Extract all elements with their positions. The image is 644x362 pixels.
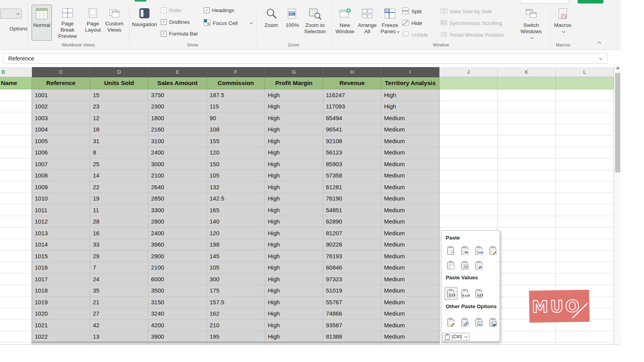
sheet-cell[interactable]: Medium [381, 124, 439, 136]
sheet-cell[interactable] [498, 158, 556, 170]
sheet-cell[interactable]: High [265, 170, 323, 182]
switch-windows-button[interactable]: Switch Windows [519, 5, 543, 41]
sheet-cell[interactable] [498, 135, 556, 147]
sheet-cell[interactable]: 6000 [148, 273, 207, 285]
sheet-cell[interactable]: 54851 [323, 204, 381, 216]
sheet-cell[interactable] [498, 227, 556, 239]
sheet-cell[interactable] [0, 216, 32, 228]
sheet-cell[interactable]: 2160 [148, 124, 207, 136]
sheet-cell[interactable] [0, 170, 32, 182]
sheet-cell[interactable]: Medium [381, 296, 439, 308]
sheet-cell[interactable] [439, 135, 498, 147]
sheet-cell[interactable]: 2900 [148, 250, 207, 262]
paste-formatting-icon[interactable] [445, 316, 457, 329]
gridlines-checkbox[interactable]: ✓ Gridlines [161, 19, 190, 25]
sheet-cell[interactable]: Medium [381, 181, 439, 193]
sheet-cell[interactable] [556, 112, 614, 124]
sheet-cell[interactable] [556, 216, 614, 228]
sheet-cell[interactable]: 1005 [32, 135, 90, 147]
vertical-scrollbar[interactable] [614, 64, 621, 344]
sheet-cell[interactable]: High [265, 273, 323, 285]
sheet-cell[interactable]: 3150 [148, 296, 207, 308]
view-side-by-side-button[interactable]: View Side by Side [440, 7, 492, 16]
sheet-cell[interactable]: High [381, 101, 439, 113]
chevron-down-icon[interactable] [599, 56, 602, 59]
sheet-cell[interactable]: 1020 [32, 308, 90, 320]
sheet-cell[interactable]: 120 [207, 147, 265, 159]
new-window-button[interactable]: New Window [334, 5, 356, 41]
sheet-cell[interactable]: 97323 [323, 273, 381, 285]
paste-icon[interactable] [445, 244, 457, 257]
sheet-cell[interactable]: 145 [207, 250, 265, 262]
sheet-cell[interactable] [498, 181, 556, 193]
sheet-cell[interactable]: 11 [90, 204, 148, 216]
sheet-cell[interactable]: Medium [381, 308, 439, 320]
sheet-cell[interactable]: 51019 [323, 285, 381, 297]
sheet-cell[interactable]: 150 [207, 158, 265, 170]
sheet-cell[interactable]: 3960 [148, 239, 207, 251]
sheet-cell[interactable]: 24 [90, 273, 148, 285]
paste-linked-picture-icon[interactable] [487, 316, 500, 329]
sheet-cell[interactable]: 116247 [323, 89, 381, 101]
sheet-cell[interactable]: 33 [90, 239, 148, 251]
sheet-cell[interactable] [0, 331, 32, 343]
sheet-cell[interactable] [0, 250, 32, 262]
sheet-cell[interactable] [556, 89, 614, 101]
sheet-cell[interactable]: High [265, 158, 323, 170]
column-header-K[interactable]: K [498, 67, 556, 77]
sheet-cell[interactable]: Medium [381, 319, 439, 331]
sheet-cell[interactable]: 2100 [148, 170, 207, 182]
sheet-cell[interactable] [0, 181, 32, 193]
sheet-cell[interactable] [498, 112, 556, 124]
sheet-cell[interactable]: 90228 [323, 239, 381, 251]
sheet-cell[interactable] [0, 239, 32, 251]
synchronous-scrolling-button[interactable]: Synchronous Scrolling [440, 19, 502, 27]
sheet-cell[interactable]: Medium [381, 250, 439, 262]
sheet-cell[interactable]: 1018 [32, 285, 90, 297]
sheet-cell[interactable] [0, 273, 32, 285]
sheet-cell[interactable]: 1001 [32, 89, 90, 101]
header-cell[interactable]: Commission [207, 77, 265, 89]
page-break-preview-button[interactable]: Page Break Preview [53, 5, 82, 41]
sheet-cell[interactable]: 2850 [148, 193, 207, 205]
sheet-cell[interactable]: High [265, 124, 323, 136]
paste-values-icon[interactable]: 123 [445, 287, 457, 300]
sheet-cell[interactable] [498, 204, 556, 216]
sheet-cell[interactable]: 1011 [32, 204, 90, 216]
sheet-cell[interactable]: 57358 [323, 170, 381, 182]
sheet-cell[interactable]: 81207 [323, 227, 381, 239]
sheet-cell[interactable]: High [265, 204, 323, 216]
sheet-cell[interactable]: Medium [381, 158, 439, 170]
sheet-cell[interactable]: 96541 [323, 124, 381, 136]
sheet-cell[interactable] [0, 135, 32, 147]
column-header-L[interactable]: L [556, 67, 614, 77]
sheet-cell[interactable]: 300 [207, 273, 265, 285]
header-cell[interactable]: Revenue [323, 77, 381, 89]
paste-keep-source-formatting-icon[interactable] [487, 244, 500, 257]
chevron-down-icon[interactable] [464, 335, 467, 338]
sheet-cell[interactable] [498, 170, 556, 182]
sheet-cell[interactable]: 1022 [32, 331, 90, 343]
sheet-cell[interactable] [439, 147, 498, 159]
zoom-button[interactable]: Zoom [259, 5, 283, 41]
sheet-cell[interactable]: 3100 [148, 135, 207, 147]
sheet-cell[interactable]: 140 [207, 216, 265, 228]
sheet-cell[interactable]: High [265, 285, 323, 297]
sheet-cell[interactable] [0, 285, 32, 297]
sheet-cell[interactable] [498, 273, 556, 285]
zoom-to-selection-button[interactable]: Zoom to Selection [301, 5, 329, 41]
reset-window-position-button[interactable]: Reset Window Position [440, 31, 504, 39]
scroll-up-icon[interactable] [616, 66, 620, 69]
sheet-cell[interactable]: 142.5 [207, 193, 265, 205]
sheet-cell[interactable]: Medium [381, 204, 439, 216]
sheet-cell[interactable] [556, 135, 614, 147]
sheet-cell[interactable]: 1004 [32, 124, 90, 136]
sheet-cell[interactable]: High [265, 181, 323, 193]
sheet-cell[interactable]: 210 [207, 319, 265, 331]
sheet-cell[interactable] [0, 101, 32, 113]
sheet-cell[interactable] [498, 262, 556, 274]
sheet-cell[interactable] [439, 170, 498, 182]
sheet-cell[interactable]: 1006 [32, 147, 90, 159]
sheet-cell[interactable] [0, 89, 32, 101]
sheet-cell[interactable]: 65494 [323, 112, 381, 124]
